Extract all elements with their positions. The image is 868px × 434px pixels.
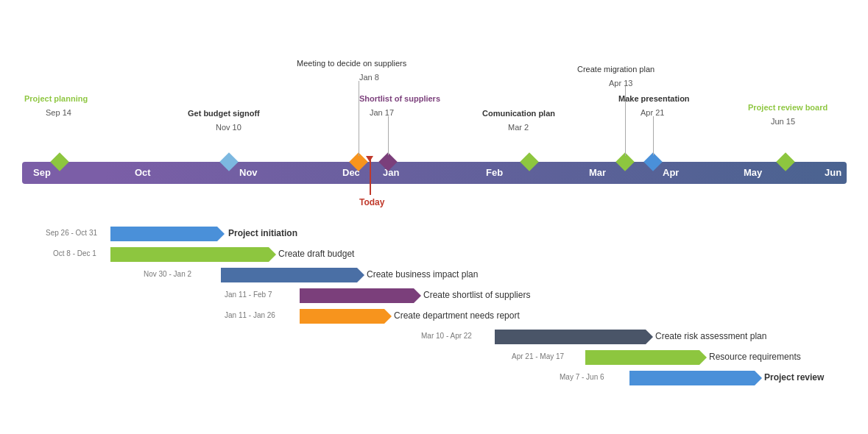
month-mar: Mar	[589, 167, 606, 178]
milestone-date-shortlist-suppliers: Jan 17	[370, 108, 394, 117]
gantt-label-project-review: Project review	[764, 372, 824, 383]
gantt-label-resource-requirements: Resource requirements	[709, 352, 801, 362]
month-nov: Nov	[239, 167, 258, 178]
gantt-date-create-risk-assessment: Mar 10 - Apr 22	[421, 332, 472, 340]
gantt-row-project-review: May 7 - Jun 6 Project review	[0, 369, 868, 388]
milestone-date-meeting-suppliers: Jan 8	[359, 73, 379, 82]
month-oct: Oct	[135, 167, 151, 178]
gantt-date-project-initiation: Sep 26 - Oct 31	[46, 229, 97, 237]
milestone-date-project-planning: Sep 14	[46, 108, 71, 117]
milestone-label-make-presentation: Make presentation	[618, 94, 690, 103]
gantt-label-create-draft-budget: Create draft budget	[278, 249, 354, 259]
milestone-date-get-budget: Nov 10	[216, 123, 241, 132]
month-jun: Jun	[825, 167, 841, 178]
milestone-date-create-migration-plan: Apr 13	[609, 79, 632, 88]
month-feb: Feb	[486, 167, 503, 178]
today-label: Today	[359, 197, 384, 207]
gantt-date-project-review: May 7 - Jun 6	[560, 373, 604, 381]
today-line	[370, 158, 371, 195]
gantt-label-create-risk-assessment: Create risk assessment plan	[655, 331, 766, 341]
milestone-date-project-review-board: Jun 15	[771, 117, 795, 126]
gantt-row-create-draft-budget: Oct 8 - Dec 1 Create draft budget	[0, 245, 868, 264]
gantt-date-create-shortlist-suppliers: Jan 11 - Feb 7	[225, 291, 272, 299]
milestone-label-meeting-suppliers: Meeting to decide on suppliers	[297, 59, 406, 68]
milestone-label-get-budget: Get budget signoff	[188, 109, 260, 118]
milestone-label-project-planning: Project planning	[24, 94, 88, 103]
milestone-label-communication-plan: Comunication plan	[482, 109, 555, 118]
gantt-date-create-draft-budget: Oct 8 - Dec 1	[53, 249, 96, 257]
gantt-row-resource-requirements: Apr 21 - May 17 Resource requirements	[0, 348, 868, 367]
gantt-label-create-dept-needs: Create department needs report	[394, 310, 520, 321]
milestone-label-shortlist-suppliers: Shortlist of suppliers	[359, 94, 440, 103]
gantt-row-create-business-impact: Nov 30 - Jan 2 Create business impact pl…	[0, 266, 868, 285]
month-sep: Sep	[33, 167, 51, 178]
gantt-row-project-initiation: Sep 26 - Oct 31 Project initiation	[0, 224, 868, 243]
gantt-date-create-business-impact: Nov 30 - Jan 2	[144, 270, 191, 278]
gantt-label-project-initiation: Project initiation	[228, 228, 297, 238]
timeline-section: Sep Oct Nov Dec Jan Feb Mar Apr May Jun …	[0, 0, 868, 206]
milestone-date-communication-plan: Mar 2	[508, 123, 529, 132]
gantt-section: Sep 26 - Oct 31 Project initiation Oct 8…	[0, 224, 868, 389]
gantt-row-create-shortlist-suppliers: Jan 11 - Feb 7 Create shortlist of suppl…	[0, 286, 868, 305]
gantt-date-create-dept-needs: Jan 11 - Jan 26	[225, 311, 275, 319]
month-may: May	[744, 167, 762, 178]
milestone-label-project-review-board: Project review board	[748, 103, 828, 112]
gantt-label-create-business-impact: Create business impact plan	[367, 269, 478, 280]
gantt-row-create-risk-assessment: Mar 10 - Apr 22 Create risk assessment p…	[0, 327, 868, 346]
month-apr: Apr	[663, 167, 679, 178]
gantt-label-create-shortlist-suppliers: Create shortlist of suppliers	[423, 290, 530, 300]
gantt-date-resource-requirements: Apr 21 - May 17	[512, 352, 564, 360]
timeline-bar: Sep Oct Nov Dec Jan Feb Mar Apr May Jun	[22, 162, 847, 184]
milestone-label-create-migration-plan: Create migration plan	[577, 65, 654, 74]
gantt-row-create-dept-needs: Jan 11 - Jan 26 Create department needs …	[0, 307, 868, 326]
